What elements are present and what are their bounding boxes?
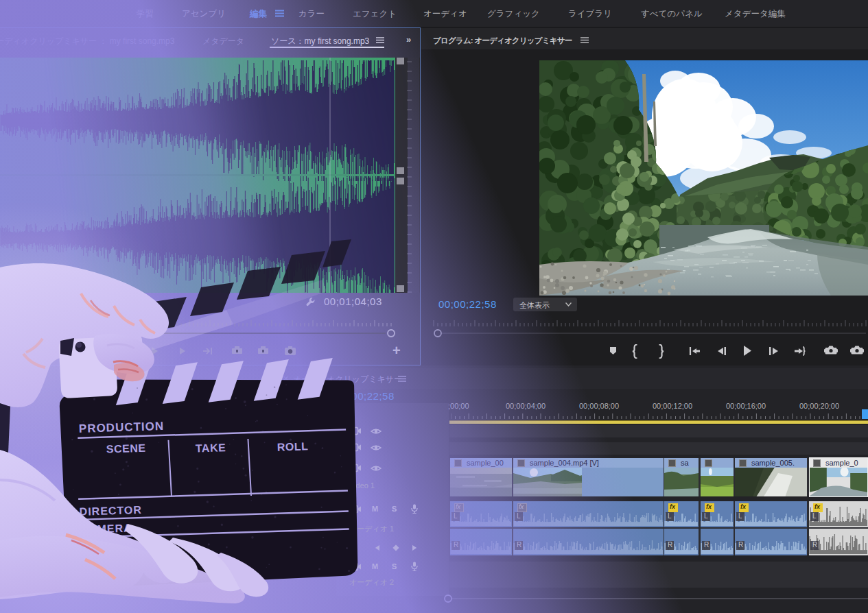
svg-text:SCENE: SCENE — [106, 442, 146, 455]
svg-text:DIRECTOR: DIRECTOR — [79, 504, 142, 518]
svg-text:ROLL: ROLL — [277, 440, 309, 453]
svg-text:TAKE: TAKE — [196, 442, 226, 454]
svg-text:PRODUCTION: PRODUCTION — [79, 420, 165, 435]
